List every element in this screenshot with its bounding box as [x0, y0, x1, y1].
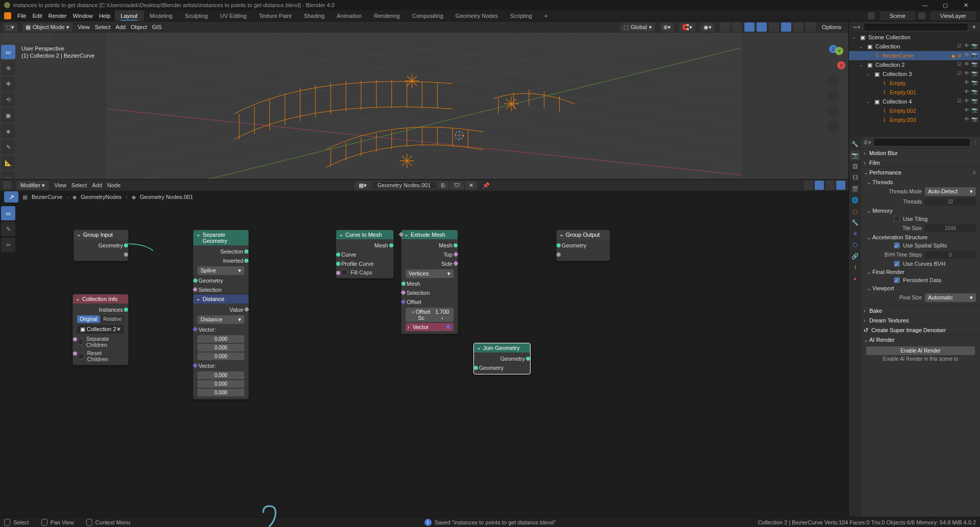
ne-overlay-icon[interactable] — [804, 181, 813, 190]
ptab-scene[interactable]: 🎬 — [850, 184, 860, 194]
vec-field[interactable]: 0.000 — [197, 389, 244, 396]
tree-row[interactable]: ⌄▣Collection 3☑👁📷 — [849, 69, 980, 79]
workspace-tab-rendering[interactable]: Rendering — [368, 10, 406, 21]
vector-driver[interactable]: Vector — [406, 323, 454, 331]
sel-btn-4[interactable] — [33, 34, 42, 43]
pixelsize-dropdown[interactable]: Automatic▾ — [925, 293, 976, 302]
vec-field[interactable]: 0.000 — [197, 344, 244, 352]
node-editor[interactable]: Modifier ▾ View Select Add Node ▦▾ Geome… — [0, 180, 848, 517]
vp-menu-add[interactable]: Add — [116, 24, 126, 30]
workspace-tab-compositing[interactable]: Compositing — [406, 10, 449, 21]
node-head[interactable]: Distance — [193, 294, 248, 304]
ne-menu-node[interactable]: Node — [107, 182, 120, 188]
subpanel-accel[interactable]: Acceleration Structure — [865, 233, 976, 241]
workspace-tab-texpaint[interactable]: Texture Paint — [253, 10, 297, 21]
toggle-original[interactable]: Original — [77, 315, 100, 323]
snap-toggle[interactable]: 🧲▾ — [679, 23, 695, 32]
tool-scale[interactable]: ▣ — [1, 108, 15, 122]
node-head[interactable]: Group Input — [74, 230, 128, 239]
socket-value[interactable]: Value — [230, 307, 243, 313]
menu-file[interactable]: File — [17, 13, 27, 19]
pan-icon[interactable] — [827, 90, 839, 102]
workspace-tab-shading[interactable]: Shading — [298, 10, 331, 21]
tool-cursor[interactable]: ⊕ — [1, 61, 15, 75]
socket-mesh-in[interactable]: Mesh — [407, 281, 420, 287]
node-group-output[interactable]: Group Output Geometry — [556, 230, 610, 261]
node-head[interactable]: Group Output — [557, 230, 610, 239]
tree-row[interactable]: ⌇Empty.003👁📷 — [849, 115, 980, 124]
socket-geo-in[interactable]: Geometry — [479, 365, 504, 371]
shade-matprev-icon[interactable] — [793, 22, 803, 32]
socket-selection[interactable]: Selection — [220, 248, 243, 255]
props-editor-icon[interactable]: ⚙▾ — [863, 139, 871, 146]
socket-top[interactable]: Top — [443, 252, 453, 258]
sel-btn-1[interactable] — [2, 34, 11, 43]
outliner-search[interactable] — [864, 23, 968, 31]
vec-field[interactable]: 0.000 — [197, 371, 244, 379]
shade-wire-icon[interactable] — [769, 22, 779, 32]
camera-icon[interactable] — [827, 105, 839, 117]
ptab-output[interactable]: 🖼 — [850, 161, 860, 171]
menu-edit[interactable]: Edit — [33, 13, 42, 19]
socket-inverted[interactable]: Inverted — [223, 258, 243, 264]
minimize-button[interactable]: — — [915, 0, 935, 10]
crumb-modifier[interactable]: GeometryNodes — [81, 194, 121, 200]
tree-row[interactable]: ⌇Empty.001👁📷 — [849, 88, 980, 97]
nodegroup-pin-icon[interactable]: 📌 — [479, 181, 494, 190]
panel-dream[interactable]: Dream Textures — [861, 316, 980, 325]
pivot-dropdown[interactable]: ⊕▾ — [660, 23, 674, 32]
axis-x-icon[interactable]: X — [837, 61, 845, 69]
panel-bake[interactable]: Bake — [861, 306, 980, 315]
node-head[interactable]: Separate Geometry — [193, 230, 248, 245]
tree-root[interactable]: ⌄▣ Scene Collection — [849, 33, 980, 42]
ne-menu-select[interactable]: Select — [71, 182, 87, 188]
node-editor-type-icon[interactable] — [3, 181, 11, 189]
app-logo[interactable] — [4, 12, 11, 19]
vec-field[interactable]: 0.000 — [197, 353, 244, 360]
ptab-data[interactable]: ⌇ — [850, 262, 860, 272]
sel-btn-2[interactable] — [12, 34, 21, 43]
zoom-icon[interactable] — [827, 74, 839, 87]
ne-wire-icon[interactable] — [815, 181, 824, 190]
socket-mesh[interactable]: Mesh — [439, 242, 453, 248]
node-head[interactable]: Collection Info — [73, 294, 128, 304]
socket-instances[interactable]: Instances — [99, 307, 123, 313]
tree-row[interactable]: ⌇Empty.002👁📷 — [849, 106, 980, 115]
ortho-icon[interactable] — [827, 120, 839, 133]
shade-solid-icon[interactable] — [781, 22, 791, 32]
tree-row[interactable]: ⌄▣Collection 2☑👁📷 — [849, 60, 980, 69]
nodegroup-name-field[interactable]: Geometry Nodes.001 — [372, 181, 437, 189]
vec-field[interactable]: 0.000 — [197, 335, 244, 343]
ptab-particles[interactable]: ✳ — [850, 229, 860, 239]
menu-render[interactable]: Render — [48, 13, 67, 19]
panel-sid[interactable]: ↺Create Super Image Denoiser — [861, 325, 980, 335]
workspace-tab-sculpting[interactable]: Sculpting — [179, 10, 214, 21]
workspace-tab-geonodes[interactable]: Geometry Nodes — [449, 10, 504, 21]
vp-options-dropdown[interactable]: Options — [818, 23, 845, 31]
domain-dropdown[interactable]: Spline▾ — [197, 266, 244, 275]
maximize-button[interactable]: ▢ — [935, 0, 956, 10]
node-head[interactable]: Extrude Mesh — [401, 230, 458, 239]
xray-icon[interactable] — [757, 22, 767, 32]
gizmo-toggle-icon[interactable] — [732, 22, 742, 32]
node-head[interactable]: Curve to Mesh — [336, 230, 393, 239]
outliner-editor-icon[interactable]: ≔▾ — [852, 24, 861, 31]
subpanel-memory[interactable]: Memory — [865, 207, 976, 215]
viewport-canvas[interactable] — [0, 33, 848, 179]
workspace-tab-modeling[interactable]: Modeling — [144, 10, 179, 21]
ptab-viewlayer[interactable]: 🎞 — [850, 172, 860, 183]
panel-performance[interactable]: Performance ≡ — [861, 168, 980, 177]
scene-dropdown[interactable]: Scene — [880, 12, 915, 20]
ne-menu-view[interactable]: View — [54, 182, 66, 188]
viewlayer-dropdown[interactable]: ViewLayer — [931, 12, 976, 20]
socket-geo[interactable]: Geometry — [198, 278, 223, 284]
workspace-tab-uv[interactable]: UV Editing — [214, 10, 253, 21]
tool-transform[interactable]: ◈ — [1, 124, 15, 138]
close-button[interactable]: ✕ — [956, 0, 976, 10]
tree-row[interactable]: ⌄▣Collection 4☑👁📷 — [849, 97, 980, 106]
tree-row[interactable]: ⌄▣Collection☑👁📷 — [849, 42, 980, 51]
socket-side[interactable]: Side — [441, 261, 453, 267]
ptab-modifier[interactable]: 🔧 — [850, 217, 860, 228]
chk-curvesbvh[interactable]: ✓ — [894, 261, 900, 267]
chk-reset[interactable] — [78, 353, 84, 359]
